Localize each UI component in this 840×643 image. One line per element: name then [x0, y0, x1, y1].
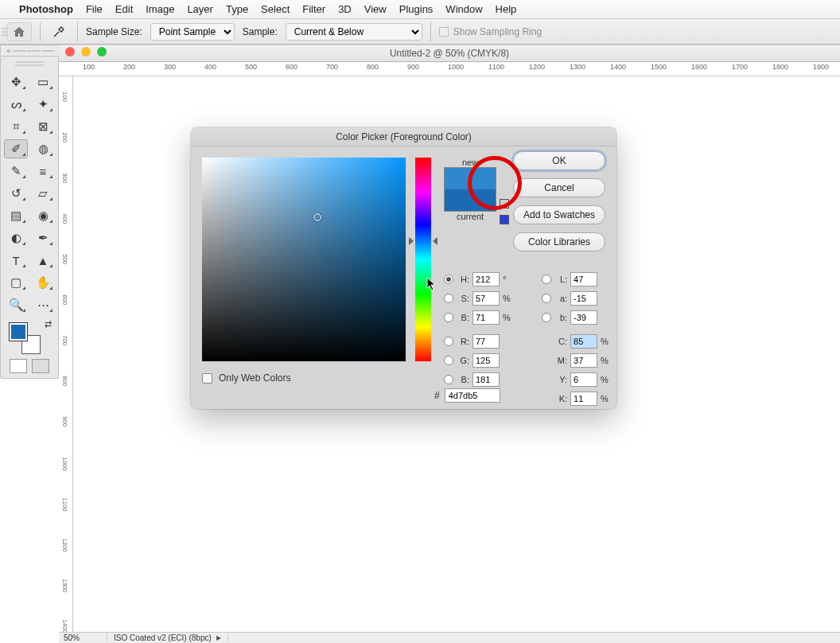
- s-radio[interactable]: [444, 294, 453, 303]
- menu-filter[interactable]: Filter: [302, 3, 325, 15]
- hand-tool[interactable]: ✋: [31, 273, 55, 292]
- standard-mode-icon[interactable]: [10, 359, 27, 373]
- gamut-warning-icon[interactable]: [500, 199, 509, 208]
- palette-grip[interactable]: [4, 61, 55, 69]
- color-marker[interactable]: [313, 213, 321, 221]
- hue-slider[interactable]: [415, 158, 431, 361]
- sample-select[interactable]: Current & Below: [286, 23, 422, 41]
- eraser-tool[interactable]: ▱: [31, 184, 55, 203]
- bl-radio[interactable]: [444, 375, 453, 384]
- menu-3d[interactable]: 3D: [338, 3, 352, 15]
- gradient-tool[interactable]: ▤: [4, 206, 28, 225]
- menu-type[interactable]: Type: [226, 3, 248, 15]
- menu-file[interactable]: File: [86, 3, 103, 15]
- pen-tool[interactable]: ✒: [31, 228, 55, 247]
- dodge-tool[interactable]: ◐: [4, 228, 28, 247]
- vertical-ruler[interactable]: 1002003004005006007008009001000110012001…: [59, 76, 73, 632]
- r-radio[interactable]: [444, 337, 453, 346]
- percent-unit: %: [601, 356, 610, 365]
- b-input[interactable]: [472, 310, 500, 325]
- magic-wand-tool[interactable]: ✦: [31, 95, 55, 114]
- rectangle-tool[interactable]: ▢: [4, 273, 28, 292]
- ruler-tick: 200: [123, 63, 135, 71]
- show-sampling-ring-toggle[interactable]: Show Sampling Ring: [439, 26, 542, 37]
- zoom-level[interactable]: 50%: [59, 633, 107, 642]
- c-input[interactable]: [570, 334, 597, 349]
- document-profile[interactable]: ISO Coated v2 (ECI) (8bpc) ▶: [107, 633, 228, 642]
- lasso-tool[interactable]: ᔕ: [4, 95, 28, 114]
- lab-b-input[interactable]: [570, 310, 597, 325]
- foreground-swatch[interactable]: [9, 322, 28, 341]
- l-input[interactable]: [570, 272, 597, 286]
- websafe-warning-icon[interactable]: [500, 215, 509, 224]
- r-input[interactable]: [472, 334, 500, 349]
- color-libraries-button[interactable]: Color Libraries: [513, 232, 605, 251]
- k-input[interactable]: [570, 392, 597, 406]
- color-picker-dialog: Color Picker (Foreground Color) new curr…: [191, 127, 616, 409]
- current-color-swatch: [445, 189, 496, 211]
- edit-toolbar-tool[interactable]: ⋯: [31, 295, 55, 314]
- history-brush-tool[interactable]: ↺: [4, 184, 28, 203]
- ok-button[interactable]: OK: [513, 151, 605, 170]
- g-radio[interactable]: [444, 356, 453, 365]
- frame-tool[interactable]: ⊠: [31, 117, 55, 136]
- app-name[interactable]: Photoshop: [19, 3, 73, 15]
- blur-tool[interactable]: ◉: [31, 206, 55, 225]
- ruler-tick: 1000: [62, 458, 69, 471]
- sample-size-select[interactable]: Point Sample: [150, 23, 235, 41]
- ruler-tick: 1900: [813, 63, 829, 71]
- l-radio[interactable]: [542, 275, 551, 284]
- brush-tool[interactable]: ✎: [4, 162, 28, 181]
- options-bar: Sample Size: Point Sample Sample: Curren…: [0, 19, 840, 45]
- swap-colors-icon[interactable]: ⇄: [45, 319, 52, 329]
- document-title-bar[interactable]: Untitled-2 @ 50% (CMYK/8): [59, 45, 840, 62]
- h-radio[interactable]: [444, 275, 453, 284]
- move-tool[interactable]: ✥: [4, 72, 28, 92]
- rect-marquee-tool[interactable]: ▭: [31, 72, 55, 92]
- quickmask-mode-icon[interactable]: [32, 359, 49, 373]
- dialog-title[interactable]: Color Picker (Foreground Color): [191, 127, 616, 146]
- g-input[interactable]: [472, 353, 500, 368]
- menu-window[interactable]: Window: [445, 3, 482, 15]
- web-colors-checkbox[interactable]: [202, 373, 212, 384]
- path-select-tool[interactable]: ▲: [31, 251, 55, 270]
- saturation-value-field[interactable]: [202, 158, 406, 361]
- menu-image[interactable]: Image: [146, 3, 174, 15]
- bl-input[interactable]: [472, 372, 500, 387]
- add-to-swatches-button[interactable]: Add to Swatches: [513, 205, 605, 224]
- cancel-button[interactable]: Cancel: [513, 178, 605, 197]
- clone-stamp-tool[interactable]: ≡: [31, 162, 55, 181]
- zoom-window-icon[interactable]: [97, 47, 107, 57]
- status-bar: 50% ISO Coated v2 (ECI) (8bpc) ▶: [59, 632, 840, 643]
- menu-layer[interactable]: Layer: [187, 3, 213, 15]
- menu-view[interactable]: View: [364, 3, 387, 15]
- sample-size-label: Sample Size:: [86, 26, 142, 37]
- zoom-tool[interactable]: 🔍: [4, 295, 28, 314]
- ruler-tick: 600: [62, 294, 69, 305]
- menu-plugins[interactable]: Plugins: [399, 3, 434, 15]
- color-swatches[interactable]: ⇄: [4, 319, 55, 356]
- new-current-swatch[interactable]: [444, 167, 496, 212]
- menu-select[interactable]: Select: [261, 3, 290, 15]
- healing-tool[interactable]: ◍: [31, 139, 55, 158]
- minimize-window-icon[interactable]: [81, 47, 91, 57]
- b-radio[interactable]: [444, 313, 453, 322]
- m-input[interactable]: [570, 353, 597, 368]
- y-input[interactable]: [570, 372, 597, 387]
- close-window-icon[interactable]: [65, 47, 75, 57]
- tool-palette-tab[interactable]: «: [0, 45, 60, 56]
- home-button[interactable]: [6, 22, 32, 41]
- horizontal-ruler[interactable]: 1002003004005006007008009001000110012001…: [59, 62, 840, 76]
- h-input[interactable]: [472, 272, 500, 286]
- eyedropper-tool[interactable]: ✐: [4, 139, 28, 158]
- r-label: R:: [457, 337, 469, 346]
- type-tool[interactable]: T: [4, 251, 28, 270]
- a-input[interactable]: [570, 291, 597, 306]
- menu-edit[interactable]: Edit: [115, 3, 133, 15]
- s-input[interactable]: [472, 291, 500, 306]
- a-radio[interactable]: [542, 294, 551, 303]
- hex-input[interactable]: [445, 388, 500, 403]
- lab-b-radio[interactable]: [542, 313, 551, 322]
- menu-help[interactable]: Help: [496, 3, 517, 15]
- crop-tool[interactable]: ⌗: [4, 117, 28, 136]
